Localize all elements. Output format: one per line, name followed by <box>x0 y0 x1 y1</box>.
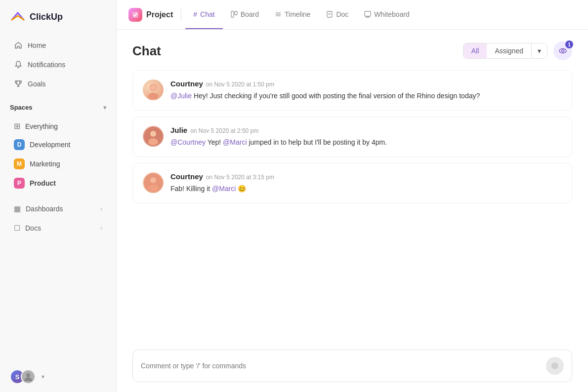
svg-point-0 <box>26 373 30 377</box>
grid-icon: ⊞ <box>14 121 20 131</box>
sidebar-item-home[interactable]: Home <box>4 36 112 55</box>
project-icon <box>128 8 142 22</box>
sidebar-item-development[interactable]: D Development <box>4 135 112 154</box>
tab-board[interactable]: Board <box>223 0 267 29</box>
svg-point-12 <box>562 50 564 52</box>
board-tab-icon <box>231 11 238 18</box>
send-button[interactable] <box>546 357 564 375</box>
chat-title: Chat <box>132 43 161 59</box>
watchers-badge: 1 <box>565 40 573 48</box>
topbar: Project # Chat Board <box>117 0 588 30</box>
filter-all-button[interactable]: All <box>463 43 487 58</box>
svg-point-21 <box>150 177 156 183</box>
filter-assigned-button[interactable]: Assigned <box>487 43 531 58</box>
dashboards-label: Dashboards <box>26 205 63 213</box>
project-title-label: Project <box>146 10 173 19</box>
user-caret-icon[interactable]: ▾ <box>42 373 44 380</box>
avatar <box>143 172 164 193</box>
message-body: Courtney on Nov 5 2020 at 1:50 pm @Julie… <box>170 79 562 101</box>
marketing-badge: M <box>14 158 25 169</box>
docs-label: Docs <box>25 224 41 232</box>
everything-label: Everything <box>25 122 58 130</box>
board-tab-label: Board <box>241 10 259 18</box>
spaces-label: Spaces <box>10 104 33 111</box>
sidebar-item-everything[interactable]: ⊞ Everything <box>4 118 112 135</box>
messages-list: Courtney on Nov 5 2020 at 1:50 pm @Julie… <box>132 70 572 342</box>
development-label: Development <box>30 141 71 149</box>
message-author: Courtney <box>170 172 203 181</box>
message-body: Julie on Nov 5 2020 at 2:50 pm @Courtney… <box>170 126 562 148</box>
send-icon <box>551 362 559 370</box>
sidebar-item-marketing[interactable]: M Marketing <box>4 155 112 173</box>
doc-tab-icon <box>326 11 333 18</box>
message-text: @Courtney Yep! @Marci jumped in to help … <box>170 137 562 148</box>
chat-input[interactable] <box>141 362 542 370</box>
tab-timeline[interactable]: Timeline <box>267 0 318 29</box>
chat-header-controls: All Assigned ▾ 1 <box>463 41 572 60</box>
dashboards-icon: ▦ <box>14 204 21 213</box>
secondary-avatar <box>21 369 36 384</box>
docs-chevron-icon: › <box>100 225 102 232</box>
filter-dropdown-button[interactable]: ▾ <box>531 43 547 58</box>
message-time: on Nov 5 2020 at 3:15 pm <box>206 174 274 181</box>
message-author: Julie <box>170 126 187 134</box>
table-row: Courtney on Nov 5 2020 at 3:15 pm Fab! K… <box>132 163 572 203</box>
dashboards-chevron-icon: › <box>100 205 102 212</box>
collapse-section: ▦ Dashboards › ☐ Docs › <box>0 199 116 238</box>
sidebar: ClickUp Home Notifications <box>0 0 117 392</box>
message-text: @Julie Hey! Just checking if you're stil… <box>170 91 562 101</box>
message-time: on Nov 5 2020 at 1:50 pm <box>206 81 274 88</box>
timeline-tab-label: Timeline <box>285 10 310 18</box>
spaces-list: ⊞ Everything D Development M Marketing P… <box>0 115 116 195</box>
tab-navigation: # Chat Board <box>185 0 418 29</box>
main-nav: Home Notifications Goals <box>0 34 116 96</box>
svg-rect-2 <box>231 11 234 17</box>
chevron-down-icon: ▾ <box>538 47 541 55</box>
tab-whiteboard[interactable]: Whiteboard <box>356 0 418 29</box>
watchers-button[interactable]: 1 <box>553 41 572 60</box>
chat-tab-icon: # <box>193 10 197 18</box>
home-label: Home <box>28 41 46 49</box>
development-badge: D <box>14 139 25 150</box>
sidebar-bottom: S ▾ <box>0 361 116 392</box>
spaces-section: Spaces ▾ <box>0 96 116 115</box>
spaces-chevron-icon: ▾ <box>103 104 106 111</box>
svg-rect-1 <box>132 12 138 18</box>
docs-icon: ☐ <box>14 224 20 233</box>
sidebar-item-goals[interactable]: Goals <box>4 75 112 93</box>
sidebar-item-docs[interactable]: ☐ Docs › <box>4 219 112 237</box>
mention: @Julie <box>170 92 192 100</box>
sidebar-item-dashboards[interactable]: ▦ Dashboards › <box>4 199 112 218</box>
svg-rect-10 <box>365 11 371 16</box>
table-row: Julie on Nov 5 2020 at 2:50 pm @Courtney… <box>132 117 572 157</box>
spaces-header[interactable]: Spaces ▾ <box>10 102 106 113</box>
message-time: on Nov 5 2020 at 2:50 pm <box>190 127 258 134</box>
chat-tab-label: Chat <box>200 10 215 18</box>
tab-doc[interactable]: Doc <box>318 0 356 29</box>
product-label: Product <box>30 179 56 187</box>
svg-point-15 <box>150 84 156 90</box>
whiteboard-tab-icon <box>364 11 371 18</box>
notifications-label: Notifications <box>28 61 65 69</box>
filter-group: All Assigned ▾ <box>463 43 547 59</box>
sidebar-item-product[interactable]: P Product <box>4 174 112 193</box>
svg-point-18 <box>150 131 156 137</box>
logo-area[interactable]: ClickUp <box>0 0 116 34</box>
svg-point-19 <box>148 138 158 145</box>
user-avatars: S <box>10 369 36 384</box>
mention: @Marci <box>212 185 236 193</box>
clickup-logo-icon <box>10 9 26 25</box>
svg-point-14 <box>148 93 159 99</box>
svg-point-22 <box>148 185 158 192</box>
message-meta: Courtney on Nov 5 2020 at 1:50 pm <box>170 79 562 88</box>
trophy-icon <box>14 79 23 88</box>
table-row: Courtney on Nov 5 2020 at 1:50 pm @Julie… <box>132 70 572 111</box>
tab-chat[interactable]: # Chat <box>185 0 222 29</box>
goals-label: Goals <box>28 80 46 88</box>
sidebar-item-notifications[interactable]: Notifications <box>4 55 112 74</box>
message-author: Courtney <box>170 79 203 88</box>
app-name: ClickUp <box>30 12 63 22</box>
chat-input-wrapper <box>132 350 572 382</box>
message-body: Courtney on Nov 5 2020 at 3:15 pm Fab! K… <box>170 172 562 194</box>
svg-point-23 <box>551 362 558 369</box>
